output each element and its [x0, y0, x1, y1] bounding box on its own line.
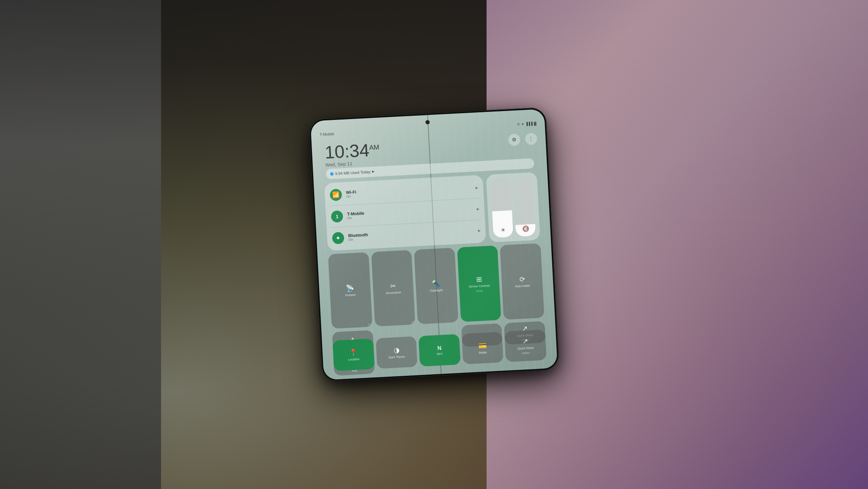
toggle-list: 📶 Wi-Fi On ▶ 1 T-Mobile — [324, 175, 486, 251]
dark-theme-tile[interactable]: ◑ Dark Theme — [376, 336, 417, 369]
wifi-status-icon: ⊙ — [517, 122, 520, 126]
hotspot-label: Hotspot — [345, 293, 356, 297]
dark-theme-icon: ◑ — [393, 346, 400, 354]
tmobile-text: T-Mobile On — [347, 211, 365, 220]
top-section: 📶 Wi-Fi On ▶ 1 T-Mobile — [324, 172, 540, 251]
flashlight-tile[interactable]: 🔦 Flashlight — [414, 247, 459, 324]
location-icon: 📍 — [349, 348, 358, 357]
wifi-icon: 📶 — [330, 189, 342, 201]
phone-body: T-Mobile ⊙ ✦ ▐▐▐ ▓ 10:34AM Wed, Sep 11 ⚙… — [309, 107, 559, 382]
quick-share-tile-2[interactable]: ↗ Quick Share Hidden — [504, 330, 546, 362]
wallet-icon: 💳 — [478, 342, 487, 350]
settings-icon-btn[interactable]: ⚙ — [508, 133, 520, 146]
more-options-btn[interactable]: ⋮ — [525, 133, 537, 145]
front-camera — [426, 120, 430, 125]
volume-icon: 🔇 — [522, 225, 529, 232]
quick-share-sublabel-2: Hidden — [522, 351, 530, 354]
status-icons: ⊙ ✦ ▐▐▐ ▓ — [517, 121, 536, 126]
data-dot — [330, 172, 334, 175]
flashlight-icon: 🔦 — [431, 279, 440, 288]
device-controls-sublabel: Home — [476, 289, 483, 292]
nfc-tile[interactable]: N NFC — [418, 334, 460, 367]
phone-screen: T-Mobile ⊙ ✦ ▐▐▐ ▓ 10:34AM Wed, Sep 11 ⚙… — [310, 109, 557, 380]
quick-settings-row1: 📡 Hotspot ▾ ✂ Screenshot ▾ 🔦 Flashlight — [328, 243, 545, 329]
data-usage-label: 9.94 MB Used Today — [335, 170, 371, 176]
data-usage-chevron: ▶ — [372, 170, 374, 173]
hotspot-tile[interactable]: 📡 Hotspot ▾ — [328, 252, 373, 329]
device-controls-label: Device Controls — [469, 284, 490, 289]
sliders-section: ☀ 🔇 — [486, 172, 540, 242]
device-controls-tile[interactable]: ⊞ Device Controls Home — [457, 245, 501, 322]
wifi-text: Wi-Fi On — [346, 190, 356, 199]
brightness-icon: ☀ — [500, 226, 506, 233]
hotspot-icon: 📡 — [345, 284, 354, 292]
auto-rotate-icon: ⟳ — [519, 275, 525, 283]
tmobile-chevron-icon: ▶ — [477, 207, 479, 211]
bluetooth-text: Bluetooth On — [348, 232, 368, 242]
control-panel: 📶 Wi-Fi On ▶ 1 T-Mobile — [324, 172, 547, 371]
carrier-label: T-Mobile — [320, 132, 334, 137]
nfc-label: NFC — [437, 352, 443, 356]
auto-rotate-label: Auto-rotate — [515, 284, 530, 288]
screenshot-chevron-icon: ▾ — [411, 320, 412, 323]
quick-share-label-2: Quick Share — [517, 346, 534, 350]
wifi-chevron-icon: ▶ — [476, 186, 478, 189]
dark-theme-label: Dark Theme — [389, 355, 405, 359]
location-label: Location — [348, 357, 359, 361]
time-value: 10:34 — [324, 140, 370, 162]
bluetooth-chevron-icon: ▶ — [478, 228, 480, 232]
tmobile-status: On — [347, 215, 364, 220]
location-tile[interactable]: 📍 Location — [333, 339, 375, 371]
time-period: AM — [369, 143, 379, 151]
time-display: 10:34AM — [324, 141, 380, 161]
background-left-wall — [0, 0, 161, 489]
quick-share-icon-2: ↗ — [522, 337, 528, 346]
tmobile-icon: 1 — [331, 210, 343, 222]
device-controls-icon: ⊞ — [476, 275, 482, 284]
screenshot-tile[interactable]: ✂ Screenshot ▾ — [371, 250, 415, 327]
nfc-icon: N — [437, 345, 442, 351]
brightness-fill — [492, 210, 513, 238]
auto-rotate-tile[interactable]: ⟳ Auto-rotate — [500, 243, 545, 320]
wallet-tile[interactable]: 💳 Wallet — [462, 332, 504, 364]
time-section: 10:34AM Wed, Sep 11 — [324, 141, 380, 167]
phone-device: T-Mobile ⊙ ✦ ▐▐▐ ▓ 10:34AM Wed, Sep 11 ⚙… — [309, 107, 559, 382]
signal-status-icon: ▐▐▐ — [525, 122, 532, 126]
hotspot-chevron-icon: ▾ — [368, 322, 370, 325]
bluetooth-icon: ✦ — [332, 232, 344, 244]
battery-status-icon: ▓ — [534, 121, 536, 125]
brightness-slider[interactable]: ☀ — [490, 178, 513, 238]
header-icons: ⚙ ⋮ — [508, 133, 537, 146]
data-usage-text: 9.94 MB Used Today ▶ — [330, 169, 375, 176]
volume-slider[interactable]: 🔇 — [513, 177, 536, 237]
screenshot-icon: ✂ — [390, 282, 396, 290]
wifi-status: On — [346, 194, 357, 199]
flashlight-label: Flashlight — [430, 289, 443, 293]
screenshot-label: Screenshot — [386, 291, 401, 295]
wallet-label: Wallet — [479, 351, 487, 355]
bluetooth-status: On — [348, 237, 368, 242]
bluetooth-status-icon: ✦ — [521, 122, 524, 126]
